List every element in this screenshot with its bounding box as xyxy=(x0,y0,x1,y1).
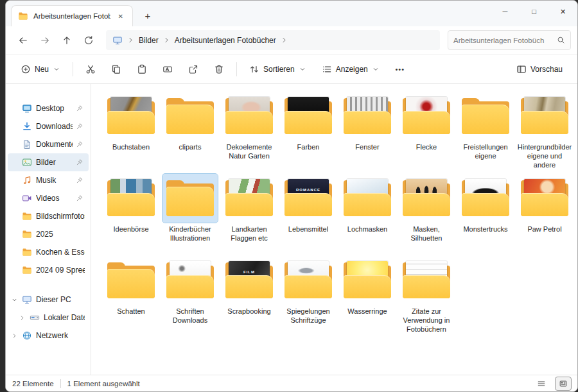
folder-icon-box xyxy=(399,92,454,141)
chevron-down-icon xyxy=(299,65,306,73)
folder-tile[interactable]: Lochmasken xyxy=(338,174,397,256)
sidebar-item-2025[interactable]: 2025 xyxy=(8,225,89,243)
folder-front xyxy=(462,105,509,134)
close-button[interactable]: ✕ xyxy=(548,1,577,22)
folder-tile[interactable]: Kinderbücher Illustrationen xyxy=(161,174,220,256)
folder-front xyxy=(285,275,332,298)
sidebar-item-kochen-essen[interactable]: Kochen & Essen xyxy=(8,243,89,261)
sort-button[interactable]: Sortieren xyxy=(243,60,312,78)
titlebar: Arbeitsunterlagen Fotobücher ✕ + ─ □ ✕ xyxy=(6,1,577,26)
sidebar-item-2024-09-spree[interactable]: 2024 09 Spree-F xyxy=(8,261,89,279)
new-tab-button[interactable]: + xyxy=(139,7,156,24)
preview-button[interactable]: Vorschau xyxy=(511,60,568,78)
folder-tile[interactable]: Flecke xyxy=(397,92,456,174)
share-button[interactable] xyxy=(182,58,204,80)
folder-icon xyxy=(22,229,33,239)
search-box[interactable] xyxy=(448,30,571,50)
details-view-button[interactable] xyxy=(534,377,549,390)
maximize-button[interactable]: □ xyxy=(520,1,548,22)
sidebar-item-musik[interactable]: Musik xyxy=(8,171,89,189)
sort-icon xyxy=(249,64,259,74)
folder-tile[interactable]: Hintergrundbilder eigene und andere xyxy=(515,92,574,174)
folder-tile[interactable]: Freistellungen eigene xyxy=(456,92,515,174)
pc-icon xyxy=(22,294,33,305)
sidebar-item-label: Bildschirmfotos xyxy=(36,212,85,221)
up-button[interactable] xyxy=(57,31,76,50)
sidebar-item-lokaler-datentraeger[interactable]: Lokaler Datent xyxy=(8,309,89,327)
cut-button[interactable] xyxy=(80,58,101,80)
minimize-button[interactable]: ─ xyxy=(491,1,520,22)
explorer-window: Arbeitsunterlagen Fotobücher ✕ + ─ □ ✕ B… xyxy=(5,0,578,392)
this-pc-icon xyxy=(112,35,123,46)
folder-icon-box xyxy=(162,256,218,305)
tab-close-icon[interactable]: ✕ xyxy=(116,12,126,21)
sidebar-item-downloads[interactable]: Downloads xyxy=(8,117,89,135)
view-button[interactable]: Anzeigen xyxy=(316,60,385,78)
explorer-tab[interactable]: Arbeitsunterlagen Fotobücher ✕ xyxy=(11,5,133,26)
folder-icon xyxy=(107,98,155,134)
sidebar-item-label: Videos xyxy=(36,194,73,203)
sidebar-item-desktop[interactable]: Desktop xyxy=(8,99,89,117)
back-button[interactable] xyxy=(13,31,33,50)
network-icon xyxy=(22,330,33,341)
folder-tile[interactable]: FILMScrapbooking xyxy=(220,256,279,338)
folder-tile[interactable]: Schriften Downloads xyxy=(161,256,220,338)
content-area: BuchstabenclipartsDekoelemente Natur Gar… xyxy=(91,84,577,375)
chevron-down-icon[interactable] xyxy=(10,296,19,303)
copy-button[interactable] xyxy=(105,58,127,80)
new-label: Neu xyxy=(35,65,49,74)
paste-button[interactable] xyxy=(131,58,153,80)
folder-tile[interactable]: Dekoelemente Natur Garten xyxy=(220,92,279,174)
forward-button[interactable] xyxy=(35,31,55,50)
sidebar-item-bilder[interactable]: Bilder xyxy=(8,153,89,171)
sidebar-item-dieser-pc[interactable]: Dieser PC xyxy=(8,291,89,309)
refresh-button[interactable] xyxy=(79,31,98,50)
folder-tile[interactable]: Schatten xyxy=(101,256,161,338)
new-button[interactable]: Neu xyxy=(15,60,66,78)
folder-name: Dekoelemente Natur Garten xyxy=(220,142,278,160)
folder-tile[interactable]: Zitate zur Verwendung in Fotobüchern xyxy=(397,256,456,338)
sidebar-item-dokumente[interactable]: Dokumente xyxy=(8,135,89,153)
folder-tile[interactable]: Buchstaben xyxy=(101,92,161,174)
folder-icon-box xyxy=(281,256,336,305)
more-button[interactable]: ••• xyxy=(389,58,411,80)
folder-icon xyxy=(403,98,450,134)
chevron-right-icon xyxy=(162,36,171,44)
folder-tile[interactable]: Masken, Silhuetten xyxy=(397,174,456,256)
folder-tile[interactable]: cliparts xyxy=(161,92,220,174)
folder-front xyxy=(521,193,568,216)
folder-tile[interactable]: Farben xyxy=(279,92,338,174)
delete-button[interactable] xyxy=(208,58,230,80)
folder-name: Landkarten Flaggen etc xyxy=(220,225,278,243)
breadcrumb[interactable]: Bilder Arbeitsunterlagen Fotobücher xyxy=(106,30,440,50)
folder-tile[interactable]: Monstertrucks xyxy=(456,174,515,256)
folder-front xyxy=(107,193,155,216)
folder-tile[interactable]: ROMANCELebensmittel xyxy=(279,174,338,256)
pin-icon xyxy=(76,105,85,112)
sidebar-item-label: 2025 xyxy=(36,230,85,239)
folder-tile[interactable]: Fenster xyxy=(338,92,397,174)
statusbar: 22 Elemente 1 Element ausgewählt xyxy=(6,375,577,391)
search-input[interactable] xyxy=(453,37,553,44)
drive-icon xyxy=(30,312,40,323)
rename-button[interactable] xyxy=(157,58,179,80)
window-body: DesktopDownloadsDokumenteBilderMusikVide… xyxy=(6,84,577,375)
thumbnail-view-button[interactable] xyxy=(556,377,571,390)
folder-tile[interactable]: Spiegelungen Schriftzüge xyxy=(279,256,338,338)
sidebar-item-netzwerk[interactable]: Netzwerk xyxy=(8,327,89,345)
sidebar-item-bildschirmfotos[interactable]: Bildschirmfotos xyxy=(8,207,89,225)
pin-icon xyxy=(76,158,85,166)
folder-icon xyxy=(521,180,568,216)
folder-tile[interactable]: Ideenbörse xyxy=(101,174,161,256)
sidebar-item-videos[interactable]: Videos xyxy=(8,189,89,207)
breadcrumb-item-bilder[interactable]: Bilder xyxy=(139,36,159,45)
chevron-right-icon[interactable] xyxy=(18,314,26,321)
folder-icon-box xyxy=(517,92,572,141)
folder-name: Flecke xyxy=(416,142,437,151)
folder-tile[interactable]: Paw Petrol xyxy=(515,174,574,256)
chevron-right-icon[interactable] xyxy=(10,332,19,339)
breadcrumb-item-current[interactable]: Arbeitsunterlagen Fotobücher xyxy=(175,36,276,45)
folder-front xyxy=(166,275,214,298)
folder-tile[interactable]: Wasserringe xyxy=(338,256,397,338)
folder-tile[interactable]: Landkarten Flaggen etc xyxy=(220,174,279,256)
